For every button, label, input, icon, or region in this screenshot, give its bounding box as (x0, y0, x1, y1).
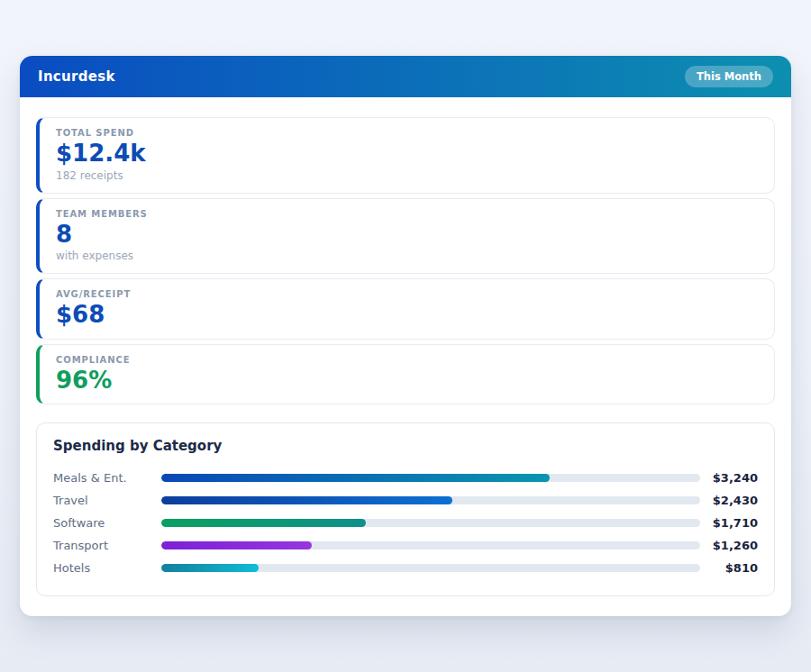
category-label: Meals & Ent. (53, 471, 161, 485)
category-row: Software$1,710 (53, 512, 758, 534)
category-label: Hotels (53, 561, 161, 575)
category-bar-track (161, 519, 700, 527)
category-value: $3,240 (700, 471, 758, 485)
category-label: Software (53, 516, 161, 530)
category-bar-track (161, 496, 700, 504)
category-value: $2,430 (700, 494, 758, 507)
stat-value: 96% (56, 368, 758, 394)
category-value: $810 (700, 561, 758, 575)
category-row: Meals & Ent.$3,240 (53, 467, 758, 489)
app-title: Incurdesk (38, 68, 115, 85)
stat-label: COMPLIANCE (56, 355, 758, 365)
stat-card: TEAM MEMBERS8with expenses (36, 198, 775, 275)
category-bar-track (161, 474, 700, 482)
period-badge[interactable]: This Month (685, 66, 773, 87)
stat-value: $12.4k (56, 141, 758, 167)
stats-list: TOTAL SPEND$12.4k182 receiptsTEAM MEMBER… (36, 117, 775, 404)
spending-panel: Spending by Category Meals & Ent.$3,240T… (36, 422, 775, 596)
dashboard-card: Incurdesk This Month TOTAL SPEND$12.4k18… (20, 56, 791, 616)
category-row: Hotels$810 (53, 557, 758, 579)
stat-value: 8 (56, 222, 758, 248)
category-row: Transport$1,260 (53, 534, 758, 557)
stat-label: TOTAL SPEND (56, 128, 758, 138)
stat-card: COMPLIANCE96% (36, 344, 775, 405)
stat-subtext: 182 receipts (56, 169, 758, 182)
app-header: Incurdesk This Month (20, 56, 791, 97)
stat-card: TOTAL SPEND$12.4k182 receipts (36, 117, 775, 194)
category-bar-fill (161, 541, 312, 549)
category-rows: Meals & Ent.$3,240Travel$2,430Software$1… (53, 467, 758, 579)
spending-panel-title: Spending by Category (53, 438, 758, 454)
category-bar-track (161, 564, 700, 572)
stat-card: AVG/RECEIPT$68 (36, 278, 775, 340)
dashboard-content: TOTAL SPEND$12.4k182 receiptsTEAM MEMBER… (20, 97, 791, 596)
stat-subtext: with expenses (56, 250, 758, 262)
stat-value: $68 (56, 302, 758, 328)
category-label: Transport (53, 539, 161, 552)
category-bar-fill (161, 519, 366, 527)
stat-label: TEAM MEMBERS (56, 209, 758, 219)
stat-label: AVG/RECEIPT (56, 289, 758, 299)
category-bar-fill (161, 474, 550, 482)
category-value: $1,260 (700, 539, 758, 552)
category-row: Travel$2,430 (53, 489, 758, 512)
category-bar-fill (161, 564, 259, 572)
category-bar-fill (161, 496, 452, 504)
category-bar-track (161, 541, 700, 549)
category-label: Travel (53, 494, 161, 507)
category-value: $1,710 (700, 516, 758, 530)
